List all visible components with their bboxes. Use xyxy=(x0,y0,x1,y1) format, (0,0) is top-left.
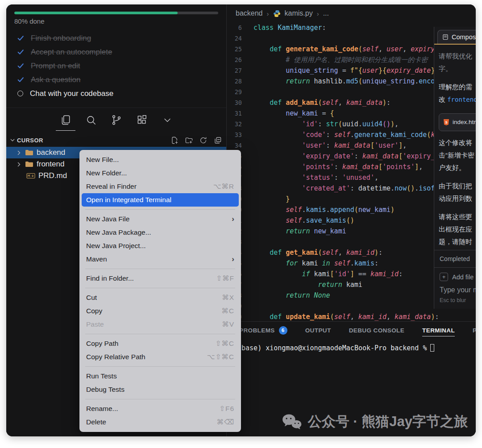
code-line-content: 'user': kami_data['user'], xyxy=(253,140,407,151)
message-line: 请将这些更 xyxy=(439,211,476,223)
tree-item-label: PRD.md xyxy=(38,171,67,180)
folder-icon xyxy=(25,161,33,168)
file-chip-label: index.html xyxy=(453,116,476,129)
menu-item-new-folder[interactable]: New Folder... xyxy=(79,166,241,180)
terminal-prompt[interactable]: (base) xiongmao@xiongmaodeMacBook-Pro ba… xyxy=(237,344,476,352)
extensions-icon[interactable] xyxy=(135,113,149,127)
panel-tab-terminal[interactable]: TERMINAL xyxy=(422,322,455,339)
menu-item-shortcut: ⌘C xyxy=(221,307,234,315)
menu-item-new-java-file[interactable]: New Java File› xyxy=(79,212,241,226)
watermark-text: 公众号 · 熊猫Jay字节之旅 xyxy=(308,412,468,431)
code-line-content: 'created_at': datetime.now().isoformat() xyxy=(253,183,463,194)
composer-tab[interactable]: Composer xyxy=(437,30,476,44)
menu-item-delete[interactable]: Delete⌘⌫ xyxy=(79,415,241,429)
breadcrumb-segment[interactable]: backend xyxy=(236,9,263,17)
menu-item-copy-relative-path[interactable]: Copy Relative Path⌥⇧⌘C xyxy=(79,350,241,364)
line-number: 25 xyxy=(227,44,253,54)
menu-item-shortcut: ⌘V xyxy=(222,320,234,328)
code-line-content: def get_kami(self, kami_id): xyxy=(253,247,382,258)
panel-tab-debug-console[interactable]: DEBUG CONSOLE xyxy=(349,322,404,339)
new-folder-icon[interactable] xyxy=(185,136,193,145)
file-chip[interactable]: 5index.html xyxy=(439,113,476,131)
panel-tab-problems[interactable]: PROBLEMS6 xyxy=(239,322,287,339)
menu-separator xyxy=(85,366,235,367)
menu-item-run-tests[interactable]: Run Tests xyxy=(79,369,241,383)
menu-item-open-in-integrated-terminal[interactable]: Open in Integrated Terminal xyxy=(82,193,239,207)
breadcrumb-separator: › xyxy=(267,10,269,17)
submenu-arrow-icon: › xyxy=(232,215,234,224)
chevron-down-icon[interactable] xyxy=(10,137,15,143)
search-icon[interactable] xyxy=(84,113,98,127)
composer-input-placeholder[interactable]: Type your message xyxy=(440,286,470,294)
check-icon xyxy=(17,76,25,83)
menu-item-new-java-package[interactable]: New Java Package... xyxy=(79,226,241,239)
wechat-icon xyxy=(282,413,302,430)
explorer-title[interactable]: CURSOR xyxy=(17,137,170,144)
composer-status: Completed xyxy=(434,250,476,267)
message-line: 改 frontend xyxy=(439,93,476,106)
new-file-icon[interactable] xyxy=(170,136,179,145)
menu-item-label: Debug Tests xyxy=(86,386,125,394)
message-line: 这个修改将 xyxy=(439,137,476,149)
code-line-content: return new_kami xyxy=(253,226,346,236)
breadcrumb-segment[interactable]: kamis.py xyxy=(285,9,313,17)
menu-item-label: Find in Folder... xyxy=(86,274,134,282)
line-number: 24 xyxy=(227,33,253,44)
composer-tab-label: Composer xyxy=(452,33,476,41)
code-line-content: return kami xyxy=(253,279,362,290)
menu-item-copy[interactable]: Copy⌘C xyxy=(79,304,241,318)
menu-item-new-java-project[interactable]: New Java Project... xyxy=(79,239,241,253)
code-line-content: # 使用用户名、过期时间和积分生成唯一的卡密 xyxy=(253,54,428,65)
menu-item-new-file[interactable]: New File... xyxy=(79,153,241,166)
code-line-content: class KamiManager: xyxy=(253,22,326,33)
watermark: 公众号 · 熊猫Jay字节之旅 xyxy=(282,412,468,431)
panel-tab-output[interactable]: OUTPUT xyxy=(305,322,331,339)
line-number: 28 xyxy=(227,76,253,87)
checklist-item[interactable]: Chat with your codebase xyxy=(6,87,226,100)
code-line-content: 'expiry_date': kami_data['expiry_date'], xyxy=(253,151,463,162)
refresh-icon[interactable] xyxy=(199,136,208,145)
menu-item-paste[interactable]: Paste⌘V xyxy=(79,318,241,331)
check-icon xyxy=(17,48,25,56)
tree-item-label: frontend xyxy=(37,160,64,169)
menu-item-copy-path[interactable]: Copy Path⇧⌘C xyxy=(79,337,241,350)
panel-tab-ports[interactable]: PORTS xyxy=(473,322,476,339)
menu-item-shortcut: ⌥⇧⌘C xyxy=(207,353,234,361)
line-number: 29 xyxy=(227,87,253,97)
menu-item-label: Run Tests xyxy=(86,372,117,380)
breadcrumb[interactable]: backend›kamis.py›... xyxy=(227,4,476,22)
panel-tab-label: PORTS xyxy=(473,327,476,334)
checklist-item[interactable]: Accept an autocomplete xyxy=(6,45,226,59)
menu-item-label: Delete xyxy=(86,418,106,426)
menu-item-rename[interactable]: Rename...⇧F6 xyxy=(79,402,241,415)
checklist-item[interactable]: Finish onboarding xyxy=(6,31,226,45)
menu-item-reveal-in-finder[interactable]: Reveal in Finder⌥⌘R xyxy=(79,180,241,193)
line-number: 30 xyxy=(227,97,253,108)
composer-header: Composer xyxy=(434,27,476,44)
menu-item-debug-tests[interactable]: Debug Tests xyxy=(79,383,241,396)
message-line: 字。 xyxy=(439,62,476,75)
menu-item-shortcut: ⌘⌫ xyxy=(217,418,234,426)
panel-tab-label: OUTPUT xyxy=(305,327,331,334)
code-line-content: self.save_kamis() xyxy=(253,215,354,226)
menu-item-label: Cut xyxy=(86,294,97,302)
assistant-message: 由于我们把动应用到数 xyxy=(439,180,476,205)
menu-item-cut[interactable]: Cut⌘X xyxy=(79,291,241,304)
add-file-button[interactable]: + Add file xyxy=(440,273,470,281)
checklist-item[interactable]: Ask a question xyxy=(6,73,226,87)
menu-item-find-in-folder[interactable]: Find in Folder...⇧⌘F xyxy=(79,272,241,285)
onboarding-progress-label: 80% done xyxy=(14,17,218,25)
collapse-all-icon[interactable] xyxy=(213,136,222,145)
menu-item-label: New Java Project... xyxy=(86,242,146,250)
chevron-down-icon[interactable] xyxy=(161,113,174,127)
source-control-icon[interactable] xyxy=(110,113,123,127)
plus-icon: + xyxy=(440,273,448,281)
breadcrumb-segment[interactable]: ... xyxy=(323,9,329,17)
assistant-message: 这个修改将击“新增卡密户友好。 xyxy=(439,137,476,174)
chevron-right-icon xyxy=(16,150,22,156)
explorer-files-icon[interactable] xyxy=(59,113,72,127)
checklist-item[interactable]: Prompt an edit xyxy=(6,59,226,73)
menu-item-shortcut: ⌥⌘R xyxy=(213,183,234,191)
markdown-icon xyxy=(26,173,35,179)
menu-item-maven[interactable]: Maven› xyxy=(79,253,241,266)
